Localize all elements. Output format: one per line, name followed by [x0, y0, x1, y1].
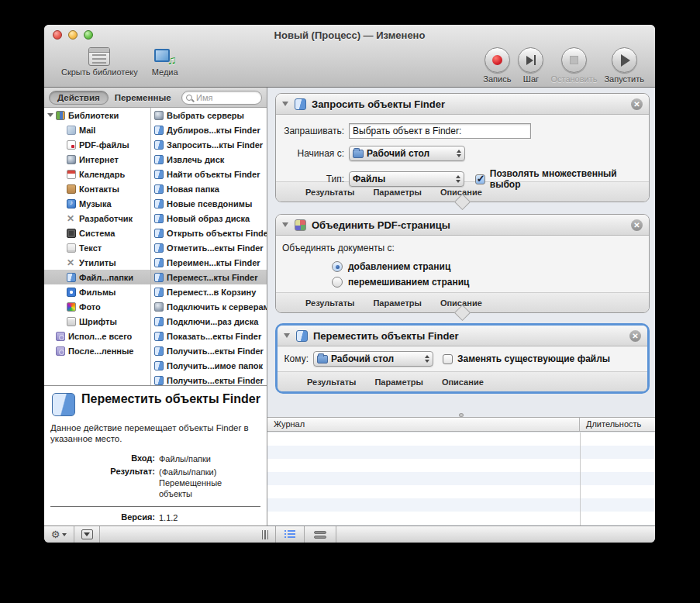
close-icon[interactable]: ✕	[629, 330, 641, 342]
prompt-input[interactable]	[349, 123, 531, 139]
hide-library-button[interactable]: Скрыть библиотеку	[61, 47, 138, 77]
panel-toggle-button[interactable]	[74, 526, 99, 543]
options-button[interactable]: Параметры	[373, 298, 421, 308]
action-item[interactable]: Показать...екты Finder	[151, 329, 267, 343]
description-button[interactable]: Описание	[442, 377, 484, 387]
column-divider	[580, 432, 581, 525]
type-popup[interactable]: Файлы	[349, 171, 464, 187]
description-body: Данное действие перемещает объекты Finde…	[50, 422, 260, 444]
titlebar[interactable]: Новый (Процесс) — Изменено	[44, 25, 655, 45]
library-item[interactable]: PDF-файлы	[44, 137, 150, 152]
workflow-action-combine-pdf[interactable]: Объединить PDF-страницы ✕ Объединять док…	[275, 214, 650, 313]
action-item[interactable]: Открыть объекты Finder	[151, 226, 267, 240]
library-item[interactable]: Шрифты	[44, 314, 150, 329]
window-chrome: Новый (Процесс) — Изменено Скрыть библио…	[44, 25, 655, 88]
results-button[interactable]: Результаты	[305, 298, 354, 308]
library-item[interactable]: Контакты	[44, 181, 150, 196]
version-label: Версия:	[50, 512, 155, 523]
step-icon	[526, 55, 536, 65]
log-column-duration[interactable]: Длительность	[580, 418, 655, 431]
disclosure-triangle-icon[interactable]	[47, 113, 53, 117]
action-item[interactable]: Подключи...раз диска	[151, 314, 267, 329]
gear-menu-button[interactable]: ⚙	[44, 526, 74, 543]
search-field[interactable]	[181, 91, 262, 105]
workflow-action-move-finder-items[interactable]: Переместить объекты Finder ✕ Кому: Рабоч…	[275, 323, 650, 394]
log-column-journal[interactable]: Журнал	[267, 418, 580, 431]
splitter-grip[interactable]	[255, 526, 275, 543]
run-button[interactable]: Запустить	[604, 47, 644, 84]
action-item[interactable]: Запросить...кты Finder	[151, 137, 267, 152]
action-item[interactable]: Выбрать серверы	[151, 108, 267, 122]
close-icon[interactable]: ✕	[631, 98, 643, 110]
movies-icon	[67, 288, 76, 297]
action-header[interactable]: Запросить объекты Finder ✕	[276, 94, 649, 115]
actions-list: Выбрать серверы Дублиров...кты Finder За…	[151, 108, 267, 385]
action-item[interactable]: Получить...имое папок	[151, 358, 267, 373]
workflow-canvas[interactable]: Запросить объекты Finder ✕ Запрашивать: …	[267, 88, 655, 412]
library-item[interactable]: Разработчик	[44, 211, 150, 226]
log-splitter[interactable]	[267, 412, 655, 417]
library-item[interactable]: Текст	[44, 240, 150, 255]
library-item[interactable]: Утилиты	[44, 255, 150, 270]
list-view-icon	[284, 530, 295, 539]
library-item[interactable]: Музыка	[44, 196, 150, 211]
allow-multiple-checkbox[interactable]	[475, 174, 485, 184]
books-icon	[56, 111, 65, 120]
library-item[interactable]: Библиотеки	[44, 108, 150, 122]
action-item[interactable]: Получить...екты Finder	[151, 343, 267, 358]
tab-variables[interactable]: Переменные	[115, 93, 171, 102]
pdf-pages-icon	[295, 219, 306, 231]
step-button[interactable]: Шаг	[518, 47, 543, 84]
action-item[interactable]: Новый образ диска	[151, 211, 267, 226]
action-item[interactable]: Подключить к серверам	[151, 299, 267, 314]
action-item[interactable]: Найти объекты Finder	[151, 167, 267, 181]
library-item[interactable]: Испол...е всего	[44, 329, 150, 343]
search-input[interactable]	[195, 92, 257, 103]
action-item[interactable]: Новая папка	[151, 181, 267, 196]
log-header: Журнал Длительность	[267, 417, 655, 432]
library-item[interactable]: Mail	[44, 122, 150, 137]
finder-icon	[296, 330, 308, 342]
list-view-button[interactable]	[276, 526, 304, 543]
workflow-action-ask-finder-items[interactable]: Запросить объекты Finder ✕ Запрашивать: …	[275, 93, 650, 202]
tab-actions[interactable]: Действия	[49, 91, 109, 105]
replace-existing-checkbox[interactable]	[443, 354, 453, 364]
action-item[interactable]: Отметить...екты Finder	[151, 240, 267, 255]
action-item[interactable]: Перемест...кты Finder	[151, 270, 267, 284]
library-item[interactable]: Фильмы	[44, 284, 150, 299]
append-pages-radio[interactable]	[332, 261, 343, 272]
options-button[interactable]: Параметры	[374, 377, 422, 387]
library-item[interactable]: Интернет	[44, 152, 150, 167]
move-to-popup[interactable]: Рабочий стол	[313, 351, 433, 367]
disclosure-triangle-icon[interactable]	[284, 333, 290, 338]
move-to-label: Кому:	[278, 353, 309, 364]
disclosure-triangle-icon[interactable]	[282, 222, 288, 227]
disclosure-triangle-icon[interactable]	[282, 102, 288, 106]
action-item[interactable]: Дублиров...кты Finder	[151, 122, 267, 137]
action-item[interactable]: Перемест...в Корзину	[151, 284, 267, 299]
results-button[interactable]: Результаты	[307, 377, 356, 387]
stop-button[interactable]: Остановить	[550, 47, 597, 84]
action-item[interactable]: Извлечь диск	[151, 152, 267, 167]
start-at-popup[interactable]: Рабочий стол	[349, 146, 465, 161]
library-item[interactable]: Фото	[44, 299, 150, 314]
screen-background: Новый (Процесс) — Изменено Скрыть библио…	[0, 0, 700, 603]
close-icon[interactable]: ✕	[631, 219, 643, 231]
log-table[interactable]	[267, 432, 655, 525]
action-item[interactable]: Переимен...кты Finder	[151, 255, 267, 270]
action-header[interactable]: Объединить PDF-страницы ✕	[276, 215, 649, 236]
library-item[interactable]: Календарь	[44, 167, 150, 181]
finder-icon	[67, 273, 76, 282]
record-button[interactable]: Запись	[483, 47, 511, 84]
library-item[interactable]: Система	[44, 226, 150, 240]
library-item[interactable]: После...ленные	[44, 343, 150, 358]
action-item[interactable]: Новые псевдонимы	[151, 196, 267, 211]
stack-view-button[interactable]	[305, 526, 336, 543]
library-item[interactable]: Файл...папки	[44, 270, 150, 284]
media-button[interactable]: ♫ Медиа	[152, 47, 178, 77]
globe-icon	[154, 111, 164, 120]
action-header[interactable]: Переместить объекты Finder ✕	[278, 326, 647, 346]
shuffle-pages-radio[interactable]	[332, 277, 343, 288]
result-label: Результат:	[50, 467, 155, 499]
action-item[interactable]: Получить...екты Finder	[151, 373, 267, 385]
